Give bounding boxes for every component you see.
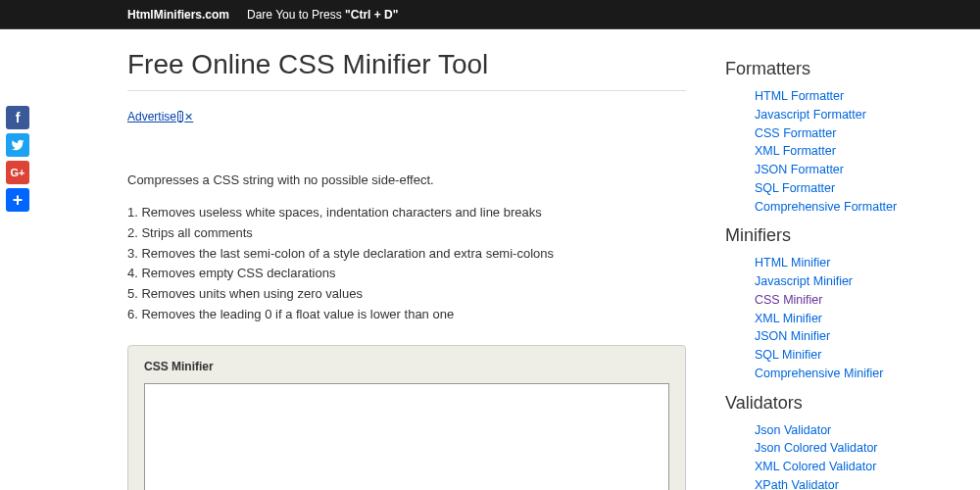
sidebar-item: Javascript Minifier (755, 272, 960, 291)
sidebar-link[interactable]: XML Colored Validator (755, 460, 876, 473)
brand-link[interactable]: HtmlMinifiers.com (127, 8, 229, 22)
sidebar-item: Javascript Formatter (755, 106, 960, 124)
minifier-panel: CSS Minifier (127, 345, 686, 490)
sidebar-link[interactable]: Comprehensive Formatter (755, 200, 897, 214)
sidebar-item: XML Colored Validator (755, 458, 960, 476)
sidebar-section-title: Minifiers (725, 225, 960, 246)
intro-text: Compresses a CSS string with no possible… (127, 172, 686, 187)
sidebar-section-list: Json ValidatorJson Colored ValidatorXML … (725, 421, 960, 491)
sidebar-item: SQL Minifier (755, 346, 960, 365)
googleplus-share-button[interactable]: G+ (6, 161, 29, 184)
sidebar-item: JSON Minifier (755, 327, 960, 346)
feature-item: 2. Strips all comments (127, 223, 686, 244)
sidebar-link[interactable]: HTML Formatter (755, 89, 844, 103)
sidebar-link[interactable]: JSON Formatter (755, 163, 844, 176)
css-input[interactable] (144, 383, 669, 490)
sidebar-link[interactable]: Json Colored Validator (755, 441, 878, 455)
sidebar-link[interactable]: CSS Formatter (755, 126, 836, 140)
sidebar-item: XPath Validator (755, 476, 960, 490)
feature-item: 6. Removes the leading 0 if a float valu… (127, 305, 686, 325)
feature-list: 1. Removes useless white spaces, indenta… (127, 203, 686, 325)
sidebar-section-list: HTML FormatterJavascript FormatterCSS Fo… (725, 87, 960, 216)
sidebar-link[interactable]: XML Minifier (755, 312, 822, 325)
sidebar-item: CSS Formatter (755, 124, 960, 143)
sidebar-link[interactable]: SQL Formatter (755, 181, 835, 195)
container: Free Online CSS Minifier Tool Advertise … (0, 29, 980, 490)
sidebar-link[interactable]: XPath Validator (755, 478, 839, 490)
feature-item: 4. Removes empty CSS declarations (127, 264, 686, 284)
sidebar-item: Comprehensive Formatter (755, 198, 960, 217)
sidebar-item: CSS Minifier (755, 291, 960, 310)
sidebar-section-title: Formatters (725, 59, 960, 79)
twitter-share-button[interactable] (6, 133, 29, 157)
feature-item: 3. Removes the last semi-colon of a styl… (127, 244, 686, 265)
main-content: Free Online CSS Minifier Tool Advertise … (10, 29, 715, 490)
sidebar-link[interactable]: Json Validator (755, 423, 831, 437)
sidebar-link[interactable]: JSON Minifier (755, 329, 830, 343)
tagline-prefix: Dare You to Press (247, 8, 345, 22)
sidebar-item: Json Validator (755, 421, 960, 440)
sidebar-item: HTML Formatter (755, 87, 960, 106)
sidebar-link[interactable]: Comprehensive Minifier (755, 367, 883, 380)
sidebar-item: Json Colored Validator (755, 439, 960, 458)
sidebar-item: Comprehensive Minifier (755, 365, 960, 383)
facebook-share-button[interactable]: f (6, 106, 29, 129)
feature-item: 1. Removes useless white spaces, indenta… (127, 203, 686, 223)
tagline-key: "Ctrl + D" (345, 8, 398, 22)
more-share-button[interactable]: + (6, 188, 29, 212)
sidebar-item: HTML Minifier (755, 254, 960, 272)
sidebar-section-list: HTML MinifierJavascript MinifierCSS Mini… (725, 254, 960, 382)
sidebar-item: JSON Formatter (755, 161, 960, 179)
topbar: HtmlMinifiers.com Dare You to Press "Ctr… (0, 0, 980, 29)
sidebar-link[interactable]: Javascript Formatter (755, 108, 866, 122)
advertise-label: Advertise (127, 110, 176, 123)
twitter-icon (11, 138, 24, 152)
ad-close-icon[interactable]: ✕ (184, 111, 193, 123)
sidebar: FormattersHTML FormatterJavascript Forma… (715, 29, 970, 490)
sidebar-link[interactable]: XML Formatter (755, 144, 836, 158)
advertise-link[interactable]: Advertise i ✕ (127, 110, 193, 123)
ad-info-icon[interactable]: i (177, 111, 183, 122)
tagline: Dare You to Press "Ctrl + D" (247, 8, 398, 22)
sidebar-link[interactable]: HTML Minifier (755, 256, 830, 270)
sidebar-item: XML Minifier (755, 310, 960, 328)
feature-item: 5. Removes units when using zero values (127, 284, 686, 305)
sidebar-link[interactable]: CSS Minifier (755, 293, 822, 307)
sidebar-item: XML Formatter (755, 142, 960, 161)
page-title: Free Online CSS Minifier Tool (127, 49, 686, 80)
sidebar-link[interactable]: SQL Minifier (755, 348, 821, 362)
sidebar-link[interactable]: Javascript Minifier (755, 274, 853, 288)
sidebar-section-title: Validators (725, 393, 960, 414)
share-bar: f G+ + (6, 106, 29, 212)
sidebar-item: SQL Formatter (755, 179, 960, 198)
title-divider (127, 90, 686, 91)
panel-title: CSS Minifier (144, 360, 669, 373)
